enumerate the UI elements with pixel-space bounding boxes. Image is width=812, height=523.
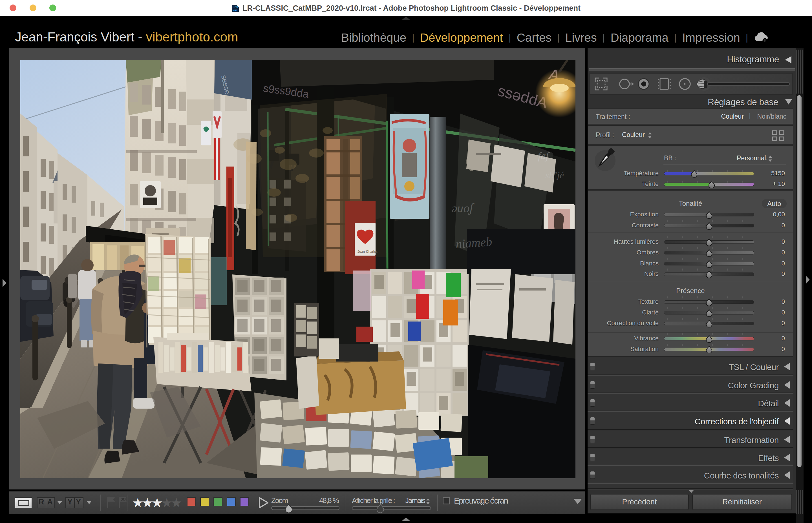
svg-text:sbʼjé: sbʼjé [545,170,564,180]
svg-text:niameb: niameb [455,235,493,251]
svg-text:əuoʃ: əuoʃ [452,201,475,215]
svg-text:Jean-Charles: Jean-Charles [357,250,377,254]
svg-text:LrC: LrC [233,5,238,9]
svg-text:CAT: CAT [233,9,237,11]
svg-text:faʃ: faʃ [538,150,550,161]
